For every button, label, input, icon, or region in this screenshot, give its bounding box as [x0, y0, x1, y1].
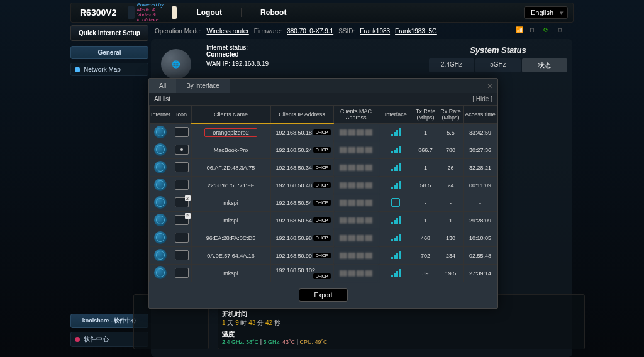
internet-icon[interactable] [154, 231, 167, 244]
internet-icon[interactable] [154, 214, 167, 226]
client-ip: 192.168.50.54 [276, 200, 313, 206]
client-name[interactable]: mkspi [223, 217, 238, 224]
rx-rate: 26 [438, 159, 464, 177]
wifi-icon: 📶 [516, 26, 525, 35]
signal-icon [391, 216, 401, 224]
tx-rate: 39 [413, 265, 438, 282]
tab-24ghz[interactable]: 2.4GHz [429, 58, 474, 72]
client-name[interactable]: 22:58:61:5E:71:FF [208, 182, 255, 189]
client-ip: 192.168.50.24 [276, 147, 313, 153]
tx-rate: 1 [413, 159, 438, 177]
table-row: 0A:0E:57:64:4A:16192.168.50.99DHCP██:██:… [150, 247, 497, 265]
ssid1-link[interactable]: Frank1983 [360, 28, 390, 35]
internet-icon[interactable] [154, 126, 167, 138]
col-internet: Internet [150, 106, 172, 124]
table-row: 06:AF:2D:48:3A:75192.168.50.34DHCP██:██:… [150, 159, 497, 177]
language-select[interactable]: English [524, 6, 568, 19]
reboot-button[interactable]: Reboot [241, 8, 305, 17]
col-ip[interactable]: Clients IP Address [270, 106, 333, 124]
signal-icon [391, 234, 401, 241]
col-icon: Icon [172, 106, 191, 124]
device-icon[interactable] [175, 127, 189, 137]
table-row: orangepizero2192.168.50.18DHCP██:██:██:█… [150, 124, 497, 141]
tx-rate: 1 [413, 212, 438, 229]
ssid2-link[interactable]: Frank1983_5G [395, 28, 437, 35]
col-tx[interactable]: Tx Rate (Mbps) [413, 106, 438, 124]
device-icon[interactable] [175, 215, 189, 225]
client-mac: ██:██:██:██ [333, 141, 379, 159]
device-icon[interactable] [175, 145, 189, 155]
access-time: - [464, 194, 497, 212]
internet-icon[interactable] [154, 266, 167, 279]
col-mac[interactable]: Clients MAC Address [333, 106, 379, 124]
table-row: MacBook-Pro192.168.50.24DHCP██:██:██:██8… [150, 141, 497, 159]
clients-table: Internet Icon Clients Name Clients IP Ad… [149, 105, 497, 282]
sidebar-general-header: General [70, 46, 148, 59]
device-icon[interactable] [175, 180, 189, 190]
access-time: 30:27:36 [464, 141, 497, 159]
client-name[interactable]: 06:AF:2D:48:3A:75 [207, 165, 255, 171]
top-bar: R6300V2 Powered by Merlin & Vortex & koo… [70, 3, 574, 23]
refresh-icon[interactable]: ⟳ [543, 26, 552, 35]
model-name: R6300V2 [71, 8, 125, 18]
tab-5ghz[interactable]: 5GHz [475, 58, 521, 72]
client-name[interactable]: MacBook-Pro [214, 147, 248, 153]
map-icon [75, 67, 80, 72]
client-mac: ██:██:██:██ [333, 177, 379, 194]
signal-icon [391, 128, 401, 136]
settings-icon[interactable]: ⚙ [557, 26, 566, 35]
table-row: mkspi192.168.50.54DHCP██:██:██:██--- [150, 194, 497, 212]
sidebar-item-network-map[interactable]: Network Map [70, 63, 148, 76]
col-access[interactable]: Access time [464, 106, 497, 124]
signal-icon [391, 269, 401, 277]
table-row: 22:58:61:5E:71:FF192.168.50.48DHCP██:██:… [150, 177, 497, 194]
rx-rate: 1 [438, 212, 464, 229]
quick-setup-button[interactable]: Quick Internet Setup [70, 25, 148, 41]
client-name[interactable]: mkspi [223, 270, 238, 277]
tx-rate: 702 [413, 247, 438, 265]
client-name[interactable]: 0A:0E:57:64:4A:16 [207, 253, 255, 259]
device-icon[interactable] [175, 162, 189, 172]
export-button[interactable]: Export [299, 288, 348, 302]
tab-status[interactable]: 状态 [522, 58, 567, 72]
client-name[interactable]: mkspi [223, 200, 238, 206]
rx-rate: 19.5 [438, 265, 464, 282]
hide-button[interactable]: [ Hide ] [472, 96, 492, 102]
firmware-link[interactable]: 380.70_0-X7.9.1 [287, 28, 333, 35]
opmode-link[interactable]: Wireless router [207, 28, 249, 35]
debian-icon [75, 337, 80, 342]
client-ip: 192.168.50.48 [276, 182, 313, 189]
all-list-label: All list [154, 96, 170, 102]
logout-button[interactable]: Logout [177, 8, 241, 17]
sidebar: Quick Internet Setup General Network Map [70, 25, 148, 79]
dhcp-badge: DHCP [313, 217, 331, 223]
rx-rate: 5.5 [438, 124, 464, 141]
client-mac: ██:██:██:██ [333, 247, 379, 265]
client-ip: 192.168.50.34 [276, 165, 313, 171]
internet-icon[interactable] [154, 196, 167, 209]
table-row: mkspi192.168.50.54DHCP██:██:██:██1129:28… [150, 212, 497, 229]
internet-globe-icon[interactable]: 🌐 [161, 49, 191, 79]
close-icon[interactable]: × [487, 81, 492, 91]
client-ip: 192.168.50.102 [276, 267, 316, 273]
col-name[interactable]: Clients Name [191, 106, 270, 124]
client-name[interactable]: 96:EA:28:FA:0C:D5 [206, 235, 256, 241]
access-time: 33:42:59 [464, 124, 497, 141]
access-time: 00:11:09 [464, 177, 497, 194]
client-mac: ██:██:██:██ [333, 212, 379, 229]
tab-all[interactable]: All [149, 79, 176, 93]
client-name[interactable]: orangepizero2 [204, 128, 257, 137]
col-rx[interactable]: Rx Rate (Mbps) [438, 106, 464, 124]
internet-icon[interactable] [154, 249, 167, 261]
device-icon[interactable] [175, 233, 189, 243]
device-icon[interactable] [175, 250, 189, 260]
device-icon[interactable] [175, 268, 189, 278]
device-icon[interactable] [175, 197, 189, 207]
rx-rate: 130 [438, 229, 464, 247]
dhcp-badge: DHCP [313, 129, 331, 135]
col-iface[interactable]: Interface [379, 106, 413, 124]
internet-icon[interactable] [154, 143, 167, 156]
tab-by-interface[interactable]: By interface [176, 79, 230, 93]
internet-icon[interactable] [154, 178, 167, 191]
internet-icon[interactable] [154, 161, 167, 173]
